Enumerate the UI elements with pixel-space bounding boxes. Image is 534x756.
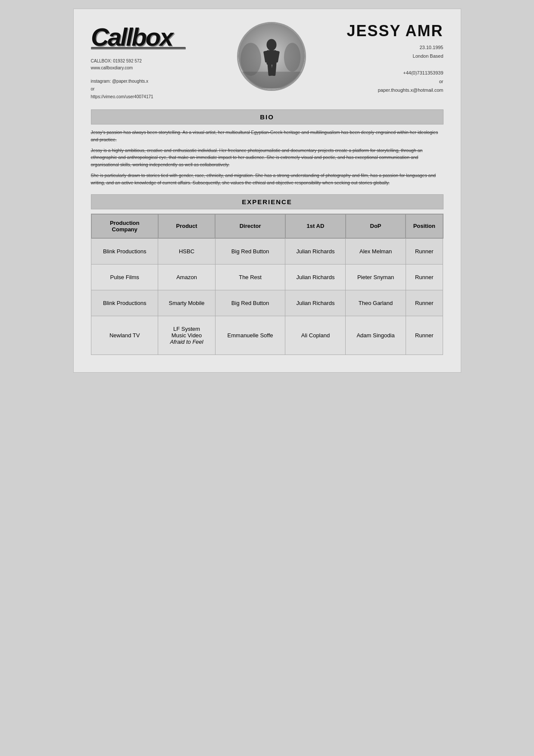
- cell-director: Big Red Button: [215, 238, 285, 264]
- cell-company: Newland TV: [91, 316, 158, 355]
- cell-position: Runner: [406, 238, 443, 264]
- applicant-name: JESSY AMR: [347, 22, 443, 40]
- header-center: [233, 22, 310, 91]
- experience-table: ProductionCompany Product Director 1st A…: [91, 214, 443, 355]
- col-first-ad: 1st AD: [285, 214, 346, 238]
- cell-product: Amazon: [158, 264, 215, 290]
- cell-director: Big Red Button: [215, 290, 285, 316]
- col-production-company: ProductionCompany: [91, 214, 158, 238]
- contact-right: 23.10.1995 London Based +44(0)7311353939…: [378, 44, 443, 95]
- svg-text:Callbox: Callbox: [91, 23, 175, 51]
- cell-director: Emmanuelle Soffe: [215, 316, 285, 355]
- cell-company: Blink Productions: [91, 290, 158, 316]
- cell-dop: Adam Singodia: [346, 316, 406, 355]
- cell-first-ad: Julian Richards: [285, 290, 346, 316]
- social-links: instagram: @paper.thoughts.x or https://…: [91, 78, 153, 101]
- cell-position: Runner: [406, 316, 443, 355]
- logo-contact: CALLBOX: 01932 592 572 www.callboxdiary.…: [91, 58, 142, 72]
- cell-position: Runner: [406, 290, 443, 316]
- table-row: Pulse FilmsAmazonThe RestJulian Richards…: [91, 264, 443, 290]
- cell-product: LF SystemMusic VideoAfraid to Feel: [158, 316, 215, 355]
- bio-paragraph-1: Jessy's passion has always been storytel…: [91, 129, 443, 143]
- bio-paragraph-3: She is particularly drawn to stories tie…: [91, 172, 443, 187]
- profile-photo: [237, 22, 306, 91]
- col-director: Director: [215, 214, 285, 238]
- header-left: Callbox CALLBOX: 01932 592 572 www.callb…: [91, 22, 203, 101]
- cell-dop: Alex Melman: [346, 238, 406, 264]
- cell-product: HSBC: [158, 238, 215, 264]
- svg-point-4: [240, 43, 261, 76]
- bio-section-header: BIO: [91, 109, 443, 124]
- bio-paragraph-2: Jessy is a highly ambitious, creative an…: [91, 147, 443, 168]
- experience-section-header: EXPERIENCE: [91, 194, 443, 209]
- cell-director: The Rest: [215, 264, 285, 290]
- table-row: Newland TVLF SystemMusic VideoAfraid to …: [91, 316, 443, 355]
- cv-page: Callbox CALLBOX: 01932 592 572 www.callb…: [73, 9, 461, 373]
- cell-first-ad: Julian Richards: [285, 264, 346, 290]
- svg-rect-2: [91, 49, 186, 50]
- col-dop: DoP: [346, 214, 406, 238]
- svg-point-7: [266, 39, 276, 50]
- col-product: Product: [158, 214, 215, 238]
- cell-company: Blink Productions: [91, 238, 158, 264]
- svg-point-5: [284, 43, 300, 72]
- bio-content: Jessy's passion has always been storytel…: [91, 129, 443, 187]
- cell-dop: Pieter Snyman: [346, 264, 406, 290]
- table-row: Blink ProductionsSmarty MobileBig Red Bu…: [91, 290, 443, 316]
- cell-dop: Theo Garland: [346, 290, 406, 316]
- cell-product: Smarty Mobile: [158, 290, 215, 316]
- header-right: JESSY AMR 23.10.1995 London Based +44(0)…: [340, 22, 443, 95]
- cell-company: Pulse Films: [91, 264, 158, 290]
- table-header-row: ProductionCompany Product Director 1st A…: [91, 214, 443, 238]
- cell-position: Runner: [406, 264, 443, 290]
- cell-first-ad: Ali Copland: [285, 316, 346, 355]
- header: Callbox CALLBOX: 01932 592 572 www.callb…: [91, 22, 443, 101]
- logo: Callbox: [91, 22, 186, 55]
- cell-first-ad: Julian Richards: [285, 238, 346, 264]
- table-row: Blink ProductionsHSBCBig Red ButtonJulia…: [91, 238, 443, 264]
- col-position: Position: [406, 214, 443, 238]
